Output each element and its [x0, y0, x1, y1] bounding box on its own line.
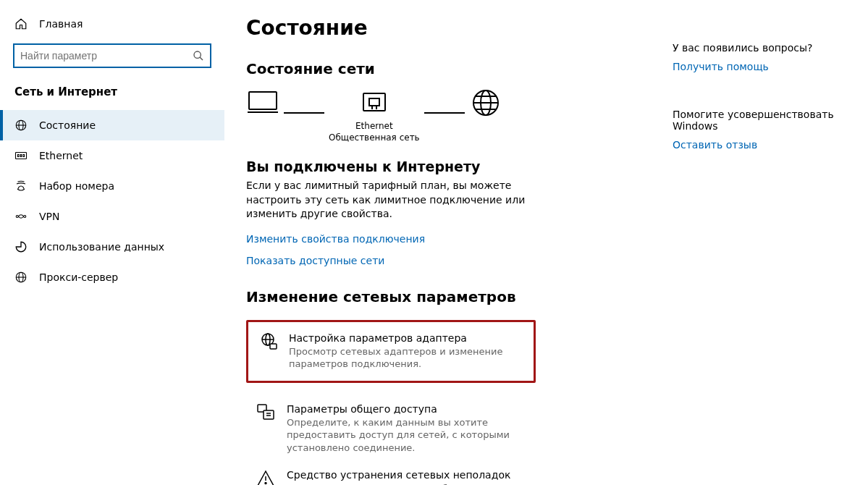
- link-change-properties[interactable]: Изменить свойства подключения: [246, 233, 651, 245]
- svg-point-34: [265, 482, 266, 484]
- option-sharing[interactable]: Параметры общего доступа Определите, к к…: [246, 396, 536, 462]
- svg-rect-5: [16, 153, 27, 159]
- home-nav[interactable]: Главная: [0, 13, 224, 43]
- section-state-heading: Состояние сети: [246, 60, 651, 77]
- diagram-ethernet-label: Ethernet Общественная сеть: [329, 121, 420, 143]
- dialup-icon: [14, 180, 28, 193]
- right-column: У вас появились вопросы? Получить помощь…: [673, 0, 868, 485]
- svg-point-9: [16, 216, 18, 218]
- svg-rect-8: [23, 155, 25, 157]
- svg-rect-6: [18, 155, 20, 157]
- svg-point-10: [24, 216, 26, 218]
- feedback-title: Помогите усовершенствовать Windows: [673, 109, 854, 132]
- sidebar-item-label: Ethernet: [39, 150, 83, 161]
- option-title: Параметры общего доступа: [287, 403, 526, 415]
- computer-icon: [246, 89, 279, 117]
- sidebar-item-proxy[interactable]: Прокси-сервер: [0, 262, 224, 292]
- option-desc: Диагностика и устранение проблем с сетью…: [287, 482, 510, 485]
- option-title: Настройка параметров адаптера: [289, 332, 523, 344]
- proxy-icon: [14, 271, 28, 284]
- datausage-icon: [14, 240, 28, 253]
- svg-line-1: [200, 57, 203, 60]
- svg-rect-28: [270, 344, 277, 349]
- adapter-icon: [258, 332, 277, 351]
- connected-heading: Вы подключены к Интернету: [246, 159, 651, 174]
- ethernet-icon: [14, 149, 28, 162]
- sidebar-item-label: VPN: [39, 211, 60, 222]
- option-troubleshoot[interactable]: Средство устранения сетевых неполадок Ди…: [246, 462, 536, 485]
- diagram-computer: [246, 89, 279, 143]
- link-get-help[interactable]: Получить помощь: [673, 61, 854, 72]
- search-input-wrapper[interactable]: [13, 43, 211, 68]
- diagram-ethernet-sub: Общественная сеть: [329, 132, 420, 143]
- home-icon: [14, 17, 28, 30]
- sidebar-item-vpn[interactable]: VPN: [0, 201, 224, 232]
- sidebar-item-dialup[interactable]: Набор номера: [0, 171, 224, 201]
- svg-rect-14: [249, 92, 277, 109]
- sidebar-item-label: Набор номера: [39, 180, 114, 192]
- diagram-line: [424, 112, 465, 114]
- diagram-internet: [469, 89, 502, 143]
- feedback-block: Помогите усовершенствовать Windows Остав…: [673, 109, 854, 151]
- sidebar-category-title: Сеть и Интернет: [0, 85, 224, 110]
- sidebar: Главная Сеть и Интернет Состояние Ethern…: [0, 0, 224, 485]
- main-content: Состояние Состояние сети Ethernet Общест…: [224, 0, 673, 485]
- option-desc: Просмотр сетевых адаптеров и изменение п…: [289, 345, 523, 371]
- option-text: Параметры общего доступа Определите, к к…: [287, 403, 526, 455]
- search-input[interactable]: [20, 50, 193, 62]
- globe-large-icon: [469, 89, 502, 117]
- ethernet-port-icon: [358, 89, 391, 117]
- option-title: Средство устранения сетевых неполадок: [287, 469, 510, 481]
- option-adapter-settings[interactable]: Настройка параметров адаптера Просмотр с…: [246, 320, 536, 383]
- option-desc: Определите, к каким данным вы хотите пре…: [287, 416, 526, 455]
- diagram-ethernet: Ethernet Общественная сеть: [329, 89, 420, 143]
- home-label: Главная: [39, 18, 83, 30]
- link-feedback[interactable]: Оставить отзыв: [673, 139, 854, 151]
- network-diagram: Ethernet Общественная сеть: [246, 89, 651, 143]
- connected-body: Если у вас лимитный тарифный план, вы мо…: [246, 179, 550, 222]
- globe-icon: [14, 119, 28, 132]
- sidebar-item-label: Прокси-сервер: [39, 271, 118, 283]
- sidebar-item-datausage[interactable]: Использование данных: [0, 232, 224, 262]
- option-text: Настройка параметров адаптера Просмотр с…: [289, 332, 523, 371]
- sidebar-item-ethernet[interactable]: Ethernet: [0, 140, 224, 171]
- sidebar-item-label: Состояние: [39, 119, 96, 131]
- help-question-title: У вас появились вопросы?: [673, 42, 854, 54]
- svg-point-0: [194, 51, 201, 58]
- sidebar-item-label: Использование данных: [39, 241, 164, 253]
- vpn-icon: [14, 210, 28, 223]
- search-icon: [193, 50, 204, 62]
- svg-rect-17: [369, 98, 379, 106]
- svg-rect-7: [20, 155, 22, 157]
- help-block: У вас появились вопросы? Получить помощь: [673, 42, 854, 72]
- sidebar-item-status[interactable]: Состояние: [0, 110, 224, 140]
- svg-rect-16: [363, 93, 385, 111]
- diagram-spacer: [484, 121, 487, 143]
- diagram-ethernet-text: Ethernet: [355, 121, 393, 131]
- diagram-spacer: [261, 121, 264, 143]
- option-text: Средство устранения сетевых неполадок Ди…: [287, 469, 510, 485]
- section-change-heading: Изменение сетевых параметров: [246, 288, 651, 305]
- svg-rect-30: [264, 410, 274, 419]
- warning-icon: [256, 469, 275, 485]
- page-title: Состояние: [246, 16, 651, 40]
- diagram-line: [284, 112, 324, 114]
- link-show-networks[interactable]: Показать доступные сети: [246, 255, 651, 266]
- sharing-icon: [256, 403, 275, 422]
